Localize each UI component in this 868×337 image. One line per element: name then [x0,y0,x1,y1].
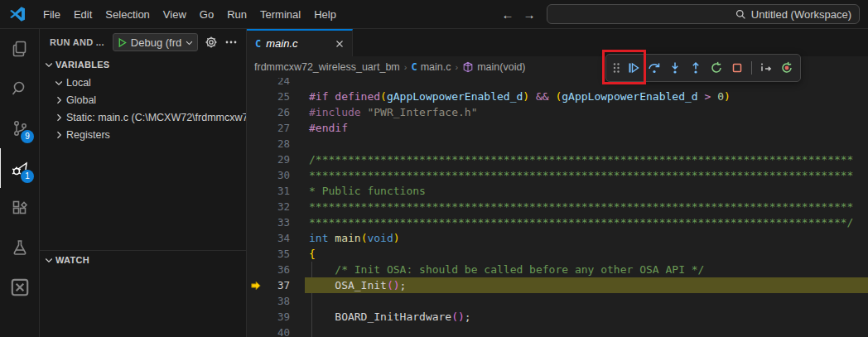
line-number[interactable]: 32 [247,199,290,214]
start-debug-icon[interactable] [117,37,128,48]
continue-button[interactable] [624,58,643,78]
code-text[interactable]: #include "PWR_Interface.h" [305,104,868,120]
activitybar-testing[interactable] [0,228,39,267]
line-number[interactable]: 40 [247,325,290,337]
code-text[interactable] [305,136,868,152]
line-number[interactable]: 34 [247,230,290,246]
code-text[interactable] [305,293,868,309]
code-line-34: 34int main(void) [247,230,868,246]
line-number[interactable]: 24 [247,78,290,89]
step-over-button[interactable] [645,58,663,78]
activitybar-x-extension[interactable] [0,267,39,307]
code-text[interactable]: /***************************************… [305,152,868,167]
line-number[interactable]: 26 [247,104,290,120]
code-editor[interactable]: 2425#if defined(gAppLowpowerEnabled_d) &… [247,78,868,337]
code-line-40: 40 [247,325,868,337]
step-into-button[interactable] [666,58,684,78]
code-text[interactable]: ****************************************… [305,199,868,214]
code-line-39: 39 BOARD_InitHardware(); [247,309,868,325]
code-text[interactable]: ****************************************… [305,214,868,230]
stop-button[interactable] [728,58,746,78]
variables-item-registers[interactable]: Registers [40,126,246,143]
code-text[interactable]: OSA_Init(); [305,277,868,293]
toolbar-gripper-icon[interactable] [610,58,622,78]
step-instruction-button[interactable] [757,58,775,78]
line-number[interactable]: 36 [247,262,290,277]
breadcrumb-symbol[interactable]: main(void) [477,61,525,73]
line-number[interactable]: 33 [247,214,290,230]
line-number[interactable]: 25 [247,89,290,104]
more-actions-icon[interactable] [224,36,238,49]
nav-forward-icon[interactable]: → [518,7,540,22]
activitybar-explorer[interactable] [0,29,39,69]
variables-item-local[interactable]: Local [40,74,246,91]
code-text[interactable]: ****************************************… [305,167,868,183]
code-text[interactable]: BOARD_InitHardware(); [305,309,868,325]
code-line-26: 26#include "PWR_Interface.h" [247,104,868,120]
tree-item-label: Global [66,94,96,106]
code-text[interactable]: #endif [305,120,868,136]
activitybar-source-control[interactable]: 9 [0,108,39,148]
line-number[interactable]: 30 [247,167,290,183]
search-icon [735,9,746,20]
menu-file[interactable]: File [36,5,67,24]
gear-icon[interactable] [205,36,218,49]
line-number[interactable]: 31 [247,183,290,199]
menu-terminal[interactable]: Terminal [253,5,307,24]
code-line-38: 38 [247,293,868,309]
menu-view[interactable]: View [157,5,193,24]
breadcrumb-project[interactable]: frdmmcxw72_wireless_uart_bm [254,61,400,73]
reset-device-button[interactable] [778,58,796,78]
debug-launch-dropdown[interactable]: Debug (frd [113,33,198,51]
code-text[interactable]: #if defined(gAppLowpowerEnabled_d) && (g… [305,89,868,104]
menu-go[interactable]: Go [193,5,220,24]
watch-section: WATCH [40,250,246,269]
menu-run[interactable]: Run [220,5,253,24]
code-line-31: 31* Public functions [247,183,868,199]
beaker-icon [10,238,30,258]
run-and-debug-sidebar: RUN AND ... Debug (frd VARIABLES [40,29,247,337]
line-number[interactable]: 35 [247,246,290,262]
line-number[interactable]: 28 [247,136,290,152]
breadcrumb-file[interactable]: main.c [421,61,451,73]
line-number[interactable]: 29 [247,152,290,167]
code-text[interactable]: { [305,246,868,262]
code-text[interactable]: /* Init OSA: should be called before any… [305,262,868,277]
restart-button[interactable] [707,58,726,78]
chevron-icon[interactable] [54,130,64,140]
activitybar-search[interactable] [0,69,39,108]
line-number[interactable]: 38 [247,293,290,309]
code-line-30: 30**************************************… [247,167,868,183]
line-number[interactable]: 27 [247,120,290,136]
close-icon[interactable] [334,38,345,50]
search-icon [10,79,30,99]
variables-item-global[interactable]: Global [40,91,246,108]
code-text[interactable]: int main(void) [305,230,868,246]
menu-help[interactable]: Help [307,5,343,24]
tab-label: main.c [266,37,329,50]
tab-bar: C main.c [247,29,868,56]
line-number[interactable]: 39 [247,309,290,325]
x-box-icon [9,277,31,298]
menu-selection[interactable]: Selection [99,5,156,24]
variables-section-header[interactable]: VARIABLES [40,55,246,74]
variables-item-static[interactable]: Static: main.c (C:\MCXW72\frdmmcxw72_wi [40,108,246,126]
watch-section-header[interactable]: WATCH [40,251,246,269]
code-line-27: 27#endif [247,120,868,136]
activitybar-run-and-debug[interactable]: 1 [0,148,39,188]
chevron-icon[interactable] [54,78,64,88]
chevron-icon[interactable] [54,113,64,123]
chevron-icon[interactable] [54,95,64,105]
chevron-down-icon [185,38,194,47]
code-text[interactable]: * Public functions [305,183,868,199]
current-line-arrow-icon [250,280,262,291]
code-text[interactable] [305,325,868,337]
c-file-icon: C [255,38,261,50]
activitybar-extensions[interactable] [0,188,39,228]
menu-edit[interactable]: Edit [67,5,99,24]
tab-main-c[interactable]: C main.c [247,29,353,56]
step-out-button[interactable] [687,58,705,78]
command-center-search[interactable]: Untitled (Workspace) [547,4,860,24]
code-lines: 2425#if defined(gAppLowpowerEnabled_d) &… [247,78,868,337]
nav-back-icon[interactable]: ← [497,7,518,22]
